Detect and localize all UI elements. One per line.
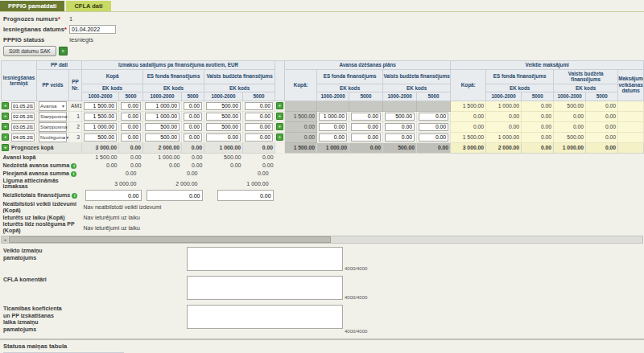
iesniegsanas-termins-input[interactable] <box>11 102 35 110</box>
veiktie-cell: 1 500.00 <box>451 132 486 142</box>
sutit-datumu-sak-button[interactable]: Sūtīt datumu SAK <box>3 46 56 56</box>
neizlietotais-finansejums-input[interactable] <box>147 190 203 201</box>
scrollbar-thumb[interactable] <box>9 236 331 243</box>
veiktie-cell: 0.00 <box>586 132 618 142</box>
add-row-icon[interactable]: + <box>2 102 9 109</box>
row-action-icon[interactable]: + <box>276 113 283 120</box>
blocked-cell <box>417 101 451 111</box>
izmaksu-input[interactable] <box>206 133 241 142</box>
izmaksu-input[interactable] <box>245 133 273 142</box>
avansa-input[interactable] <box>385 123 415 131</box>
row-action-icon[interactable]: + <box>276 123 283 130</box>
veiktie-cell: 0.00 <box>554 111 586 121</box>
izmaksu-input[interactable] <box>206 123 241 131</box>
izmaksu-input[interactable] <box>121 133 141 142</box>
veiktie-cell: 0.00 <box>486 121 522 132</box>
izmaksu-input[interactable] <box>206 102 241 110</box>
column-header: EK kods <box>317 84 383 92</box>
pp-veids-select[interactable]: Noslēguma▼ <box>39 133 67 142</box>
izmaksu-input[interactable] <box>84 102 117 110</box>
izmaksu-input[interactable] <box>121 113 141 121</box>
add-row-icon[interactable]: + <box>2 144 9 151</box>
avansa-input[interactable] <box>385 133 415 142</box>
summary-label: Līguma attiecināmās izmaksas <box>2 178 82 190</box>
izmaksu-input[interactable] <box>145 133 180 142</box>
row-action-icon[interactable]: + <box>276 102 283 109</box>
veiktie-cell: 0.00 <box>451 121 486 132</box>
row-action-icon[interactable]: + <box>276 133 283 141</box>
scroll-left-arrow-icon[interactable]: ◂ <box>2 236 8 243</box>
pppig-statuss-value: Iesniegts <box>69 36 93 43</box>
pp-veids-select[interactable]: Starpposma▼ <box>39 122 67 132</box>
summary-row: Pieejamā avansa summai0.000.000.00 <box>2 170 644 178</box>
veiktie-cell: 0.00 <box>522 101 554 111</box>
avansa-input[interactable] <box>419 113 448 121</box>
izmaksu-input[interactable] <box>145 113 180 121</box>
pp-veids-select[interactable]: Starpposma▼ <box>39 112 67 121</box>
add-row-icon[interactable]: + <box>2 113 9 120</box>
avansa-input[interactable] <box>319 133 347 142</box>
cfla-komentari-label: CFLA komentāri <box>3 276 187 300</box>
pp-veids-select[interactable]: Avansa▼ <box>39 101 67 111</box>
avansa-kopa-cell: 1 500.00 <box>285 111 317 121</box>
statusa-mainas-tabula-title: Statusa maiņas tabula <box>3 343 644 350</box>
iesniegsanas-datums-input[interactable] <box>69 25 116 34</box>
iesniegsanas-termins-input[interactable] <box>11 133 35 142</box>
izmaksu-input[interactable] <box>121 102 141 110</box>
column-header: ES fonda finansējums <box>317 69 383 84</box>
column-header: Maksājuma veikšanas datums <box>618 69 644 101</box>
izmaksu-input[interactable] <box>184 133 202 142</box>
izmaksu-input[interactable] <box>245 123 273 131</box>
izmaksu-input[interactable] <box>245 102 273 110</box>
avansa-input[interactable] <box>351 113 381 121</box>
column-header: Avansa dzēšanas plāns <box>285 61 451 70</box>
izmaksu-input[interactable] <box>121 123 141 131</box>
izmaksu-input[interactable] <box>84 133 117 142</box>
izmaksu-input[interactable] <box>184 102 202 110</box>
summary-label: Avansi kopā <box>2 153 82 162</box>
izmaksu-input[interactable] <box>145 102 180 110</box>
neizlietotais-finansejums-input[interactable] <box>85 190 142 201</box>
summary-label: Ieturēts līdz noslēguma PP (Kopā) <box>2 221 82 233</box>
veikto-izmainu-pamatojums-textarea[interactable] <box>187 247 343 271</box>
column-header: 1000-2000 <box>554 92 586 101</box>
add-row-icon[interactable]: + <box>2 123 9 130</box>
excel-export-icon[interactable]: x <box>59 47 68 55</box>
column-header: 5000 <box>182 92 204 101</box>
avansa-input[interactable] <box>419 133 448 142</box>
summary-text: Nav ieturējumi uz laiku <box>82 213 275 221</box>
avansa-input[interactable] <box>351 123 381 131</box>
avansa-input[interactable] <box>385 113 415 121</box>
info-icon: i <box>71 171 76 177</box>
column-header: 1000-2000 <box>486 92 522 101</box>
pppig-table: Iesniegšanas termiņšPP datiIzmaksu sadal… <box>0 60 644 234</box>
iesniegsanas-termins-input[interactable] <box>11 123 35 131</box>
summary-label: Neatbilstoši veikti izdevumi (Kopā) <box>2 201 82 213</box>
table-row: +Avansa▼AM1+1 500.001 000.000.00500.000.… <box>2 101 644 111</box>
avansa-input[interactable] <box>351 133 381 142</box>
veiktie-cell: 0.00 <box>586 111 618 121</box>
horizontal-scrollbar[interactable]: ◂ <box>1 236 643 244</box>
avansa-input[interactable] <box>319 123 347 131</box>
izmaksu-input[interactable] <box>184 123 202 131</box>
add-row-icon[interactable]: + <box>2 133 9 141</box>
tab-pppig-pamatdati[interactable]: PPPIG pamatdati <box>0 1 64 11</box>
izmaksu-input[interactable] <box>145 123 180 131</box>
column-header: Veiktie maksājumi <box>451 61 644 70</box>
avansa-input[interactable] <box>319 113 347 121</box>
iesniegsanas-termins-input[interactable] <box>11 113 35 121</box>
neizlietotais-finansejums-input[interactable] <box>217 190 274 201</box>
izmaksu-input[interactable] <box>184 113 202 121</box>
ticamibas-koeficienta-textarea[interactable] <box>187 305 343 329</box>
prognozes-numurs-label: Prognozes numurs* <box>3 15 69 23</box>
izmaksu-input[interactable] <box>84 123 117 131</box>
izmaksu-input[interactable] <box>206 113 241 121</box>
column-header: EK kods <box>82 84 143 92</box>
cfla-komentari-textarea[interactable] <box>187 276 343 300</box>
avansa-input[interactable] <box>419 123 448 131</box>
tab-cfla-dati[interactable]: CFLA dati <box>66 1 110 11</box>
pp-nr: 2 <box>69 121 82 132</box>
izmaksu-input[interactable] <box>245 113 273 121</box>
column-header: 5000 <box>119 92 143 101</box>
izmaksu-input[interactable] <box>84 113 117 121</box>
